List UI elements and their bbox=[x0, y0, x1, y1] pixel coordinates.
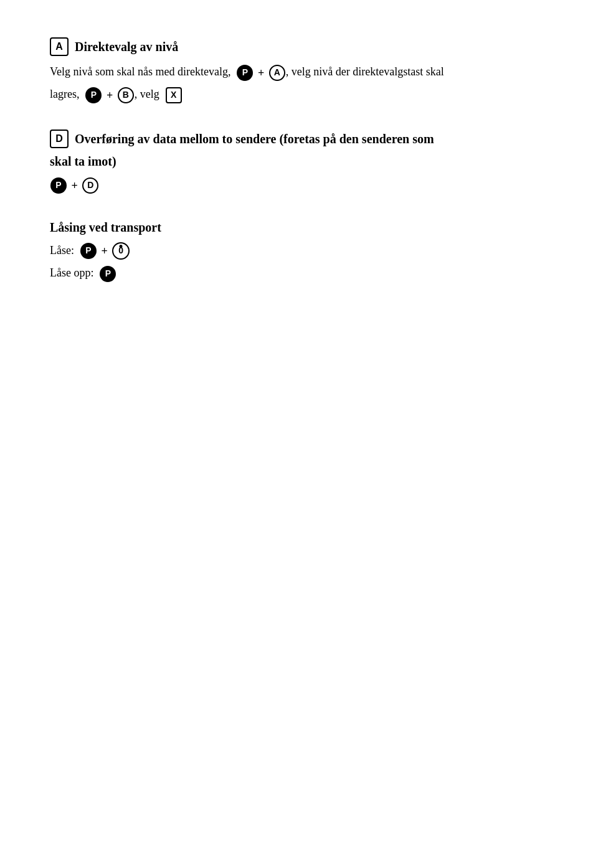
section-body-direktevalg: Velg nivå som skal nås med direktevalg, … bbox=[50, 62, 548, 105]
section-lasing: Låsing ved transport Låse: P + 0 Låse op… bbox=[50, 220, 548, 283]
plus-3: + bbox=[72, 179, 78, 192]
section-title-text-lasing: Låsing ved transport bbox=[50, 220, 161, 235]
overforing-line1: P + D bbox=[50, 175, 548, 195]
lasing-line1: Låse: P + 0 bbox=[50, 241, 548, 261]
section-title-text-overforing: Overføring av data mellom to sendere (fo… bbox=[75, 132, 434, 146]
plus-2: + bbox=[107, 89, 113, 101]
section-overforing: D Overføring av data mellom to sendere (… bbox=[50, 130, 548, 195]
plus-1: + bbox=[258, 67, 264, 79]
page-content: A Direktevalg av nivå Velg nivå som skal… bbox=[50, 37, 548, 282]
key-0: 0 bbox=[112, 242, 130, 260]
key-a: A bbox=[269, 65, 285, 81]
key-b: B bbox=[118, 87, 134, 103]
key-d: D bbox=[82, 177, 98, 194]
section-title-overforing: D Overføring av data mellom to sendere (… bbox=[50, 130, 548, 148]
section-direktevalg: A Direktevalg av nivå Velg nivå som skal… bbox=[50, 37, 548, 105]
plus-4: + bbox=[101, 245, 107, 257]
section-title-overforing-line2: skal ta imot) bbox=[50, 154, 548, 169]
section-body-overforing: P + D bbox=[50, 175, 548, 195]
direktevalg-line1: Velg nivå som skal nås med direktevalg, … bbox=[50, 62, 548, 82]
section-body-lasing: Låse: P + 0 Låse opp: P bbox=[50, 241, 548, 283]
section-icon-a: A bbox=[50, 37, 69, 56]
section-title-direktevalg: A Direktevalg av nivå bbox=[50, 37, 548, 56]
lasing-line2: Låse opp: P bbox=[50, 263, 548, 283]
section-title-lasing: Låsing ved transport bbox=[50, 220, 548, 235]
page-wrapper: A Direktevalg av nivå Velg nivå som skal… bbox=[50, 37, 548, 868]
key-p-4: P bbox=[80, 243, 97, 259]
key-p-1: P bbox=[237, 65, 253, 81]
key-p-2: P bbox=[85, 87, 102, 103]
section-icon-d: D bbox=[50, 130, 69, 148]
key-p-5: P bbox=[100, 266, 116, 282]
key-p-3: P bbox=[50, 177, 67, 194]
direktevalg-line2: lagres, P + B, velg X bbox=[50, 85, 548, 105]
key-x: X bbox=[166, 87, 182, 103]
section-title-text: Direktevalg av nivå bbox=[75, 40, 178, 54]
